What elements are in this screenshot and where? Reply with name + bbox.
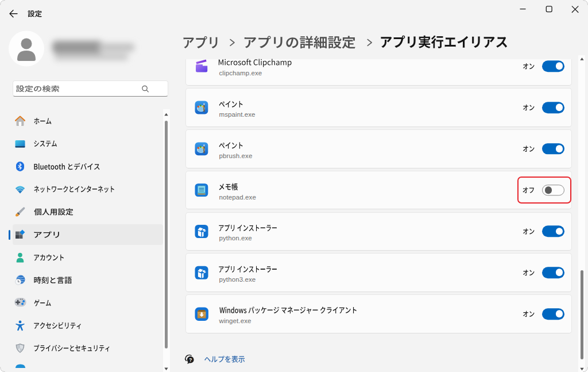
svg-text:?: ? (189, 357, 192, 363)
